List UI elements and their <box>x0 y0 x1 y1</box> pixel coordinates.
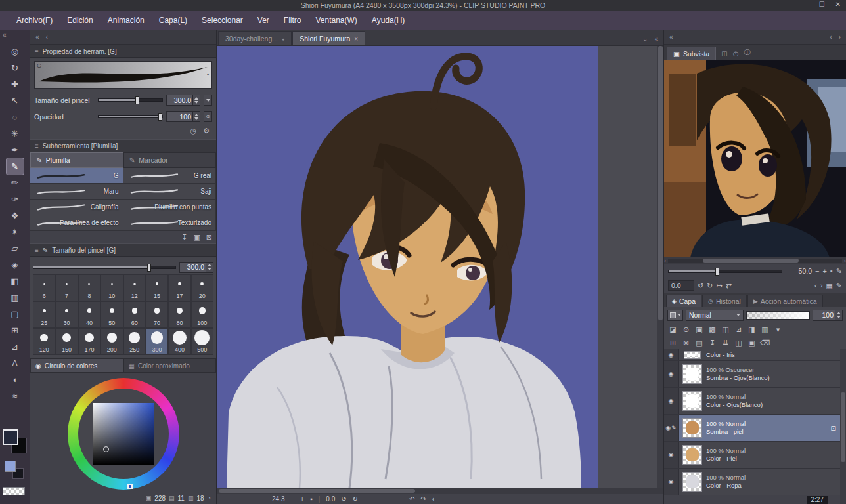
menu-ver[interactable]: Ver <box>250 12 277 28</box>
tool-operation[interactable]: ↖ <box>7 93 24 109</box>
brush-size-option-7[interactable]: 7 <box>55 274 78 301</box>
visibility-toggle[interactable]: ◉ <box>669 398 674 404</box>
prev-panel-icon[interactable]: ‹ <box>46 33 48 41</box>
layer-opacity-slider[interactable] <box>746 311 810 320</box>
tool-auto-select[interactable]: ✳ <box>7 125 24 142</box>
tool-pencil[interactable]: ✏ <box>7 175 24 191</box>
subtool-item-g[interactable]: G <box>30 168 123 184</box>
brush-size-panel-slider[interactable] <box>33 266 176 269</box>
panel-menu-icon[interactable]: ≡ <box>35 48 39 55</box>
visibility-toggle[interactable]: ◉ <box>669 371 674 377</box>
layer-row-selected[interactable]: ◉ ✎ 100 % Normal Sombra - piel ⊡ <box>664 415 840 442</box>
delete-layer-icon[interactable]: ⌫ <box>759 337 771 348</box>
duplicate-subtool-icon[interactable]: ▣ <box>193 233 200 242</box>
reset-rotation-icon[interactable]: ↦ <box>716 282 722 290</box>
layer-row[interactable]: ◉ Color - Iris <box>664 349 840 361</box>
tool-text[interactable]: A <box>7 355 24 371</box>
brush-size-option-50[interactable]: 50 <box>100 301 123 328</box>
tool-pen[interactable]: ✎ <box>7 158 24 175</box>
rotate-right-icon[interactable]: ↻ <box>707 282 713 290</box>
tool-ruler[interactable]: ⊿ <box>7 339 24 355</box>
tool-correct-line[interactable]: ≈ <box>7 388 24 404</box>
panel-menu-icon[interactable]: ≡ <box>35 247 39 254</box>
brush-size-value[interactable]: 300.0 <box>166 94 200 106</box>
brush-size-option-10[interactable]: 10 <box>100 274 123 301</box>
delete-subtool-icon[interactable]: ⊠ <box>206 233 212 242</box>
subview-scrollbar[interactable]: ‹ › <box>664 257 846 264</box>
brush-size-option-17[interactable]: 17 <box>168 274 190 301</box>
opacity-value[interactable]: 100 <box>166 111 200 122</box>
maximize-button[interactable]: ☐ <box>819 1 825 8</box>
artwork-canvas[interactable] <box>217 46 598 488</box>
brush-size-option-250[interactable]: 250 <box>123 328 146 355</box>
brush-size-spinner[interactable] <box>192 95 200 105</box>
zoom-in-icon[interactable]: + <box>300 495 304 503</box>
tool-property-header[interactable]: ≡ Propiedad de herram. [G] <box>30 45 216 58</box>
menu-animacion[interactable]: Animación <box>100 12 152 28</box>
panel-menu-icon[interactable]: ≡ <box>35 142 39 150</box>
subtool-tab-plumilla[interactable]: ✎ Plumilla <box>30 152 123 168</box>
brush-size-panel-value[interactable]: 300.0 <box>179 262 213 273</box>
brush-size-slider[interactable] <box>98 98 163 102</box>
menu-capa[interactable]: Capa(L) <box>152 12 194 28</box>
subtool-item-maru[interactable]: Maru <box>30 184 123 200</box>
redo-icon[interactable]: ↷ <box>420 495 426 503</box>
brush-size-panel-spinner[interactable] <box>206 262 213 272</box>
layer-menu-icon[interactable]: ▾ <box>772 324 784 335</box>
brush-size-option-20[interactable]: 20 <box>191 274 213 301</box>
prev-icon[interactable]: ‹ <box>432 495 434 503</box>
layer-row[interactable]: ◉ 100 % Oscurecer Sombra - Ojos(Blanco) <box>664 361 840 388</box>
layer-opacity-spinner[interactable] <box>835 310 842 320</box>
subtool-item-caligrafia[interactable]: Caligrafía <box>30 200 123 215</box>
tool-frame[interactable]: ⊞ <box>7 322 24 339</box>
settings-icon[interactable]: ⚙ <box>203 127 210 135</box>
tool-eraser[interactable]: ▱ <box>7 240 24 257</box>
lock-transparent-icon[interactable]: ▩ <box>706 324 719 335</box>
tool-fill[interactable]: ◧ <box>7 273 24 289</box>
scroll-left-icon[interactable]: ‹ <box>664 258 666 264</box>
fit-icon[interactable]: ▪ <box>830 267 833 275</box>
new-vector-layer-icon[interactable]: ⊠ <box>680 337 692 348</box>
history-icon[interactable]: ◷ <box>733 50 739 60</box>
brush-size-option-6[interactable]: 6 <box>33 274 55 301</box>
tool-brush[interactable]: ✑ <box>7 191 24 207</box>
flip-horizontal-icon[interactable]: ⇄ <box>726 282 732 290</box>
tab-accion-automatica[interactable]: ▶ Acción automática <box>747 295 823 307</box>
tool-rotate-canvas[interactable]: ↻ <box>7 60 24 76</box>
layer-row[interactable]: ◉ 100 % Normal Color - Piel <box>664 442 840 469</box>
new-raster-layer-icon[interactable]: ⊞ <box>667 337 679 348</box>
next-icon[interactable]: › <box>820 282 823 289</box>
menu-seleccionar[interactable]: Seleccionar <box>194 12 250 28</box>
tool-figure[interactable]: ▢ <box>7 306 24 322</box>
tool-eyedropper[interactable]: ✒ <box>7 142 24 158</box>
tool-zoom[interactable]: ◎ <box>7 43 24 60</box>
zoom-in-icon[interactable]: + <box>822 267 826 275</box>
brush-size-option-30[interactable]: 30 <box>55 301 78 328</box>
rotate-left-icon[interactable]: ↺ <box>698 282 703 290</box>
subview-zoom-slider[interactable] <box>668 270 782 273</box>
color-set-icon[interactable]: ◔ <box>208 495 211 501</box>
rotate-right-icon[interactable]: ↻ <box>353 495 358 503</box>
doc-tab-30day-challenge[interactable]: 30day-challeng... ● <box>218 32 292 45</box>
new-folder-icon[interactable]: ▤ <box>693 337 705 348</box>
opacity-spinner[interactable] <box>192 112 200 121</box>
canvas-vertical-scrollbar[interactable] <box>657 46 663 488</box>
brush-size-option-100[interactable]: 100 <box>191 301 213 328</box>
brush-size-option-70[interactable]: 70 <box>146 301 168 328</box>
apply-mask-icon[interactable]: ▣ <box>746 337 758 348</box>
menu-archivo[interactable]: Archivo(F) <box>9 12 60 28</box>
opacity-source-button[interactable]: ⊘ <box>204 111 212 122</box>
clip-at-layer-icon[interactable]: ◪ <box>667 324 679 335</box>
layer-palette-button[interactable] <box>667 310 683 321</box>
fit-screen-icon[interactable]: ▪ <box>310 495 313 503</box>
brush-size-option-80[interactable]: 80 <box>168 301 190 328</box>
minimize-button[interactable]: – <box>805 1 809 8</box>
collapse-panel-icon[interactable]: « <box>35 33 39 41</box>
brush-size-option-15[interactable]: 15 <box>146 274 168 301</box>
visibility-toggle[interactable]: ◉ <box>665 425 671 431</box>
brush-size-option-500[interactable]: 500 <box>191 328 213 355</box>
subtool-item-texturizado[interactable]: Texturizado <box>123 215 217 231</box>
tab-capa[interactable]: ◈ Capa <box>666 295 701 307</box>
brush-size-option-150[interactable]: 150 <box>55 328 78 355</box>
close-tab-icon[interactable]: × <box>354 35 358 43</box>
